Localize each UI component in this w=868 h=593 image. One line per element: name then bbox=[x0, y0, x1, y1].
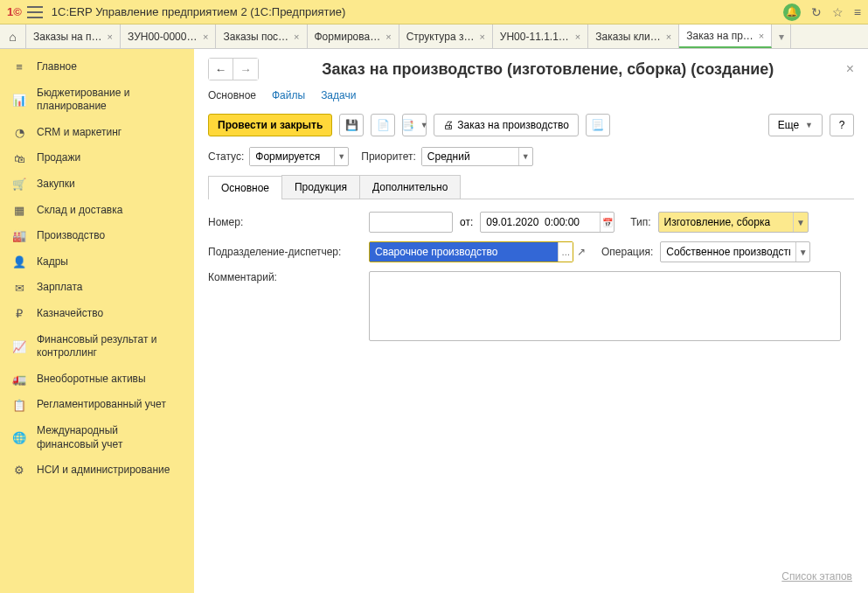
close-tab-icon[interactable]: × bbox=[759, 31, 764, 41]
close-tab-icon[interactable]: × bbox=[666, 31, 671, 42]
sidebar-item[interactable]: 🛒Закупки bbox=[0, 171, 194, 198]
nav-forward-button[interactable]: → bbox=[233, 59, 258, 80]
chevron-down-icon: ▼ bbox=[420, 121, 428, 129]
tab[interactable]: Формирова…× bbox=[308, 24, 399, 48]
print-order-button[interactable]: 🖨 Заказ на производство bbox=[434, 114, 579, 136]
doc-tab-extra[interactable]: Дополнительно bbox=[359, 175, 461, 199]
sidebar-item[interactable]: 📈Финансовый результат и контроллинг bbox=[0, 327, 194, 366]
sidebar-item[interactable]: ≡Главное bbox=[0, 54, 194, 80]
type-input[interactable] bbox=[659, 213, 794, 232]
post-icon: 📄 bbox=[377, 119, 390, 131]
save-button[interactable]: 💾 bbox=[339, 114, 364, 136]
sales-icon: 🛍 bbox=[12, 152, 26, 165]
brand-logo-icon: 1© bbox=[7, 5, 22, 18]
hamburger-icon[interactable] bbox=[27, 6, 43, 18]
chevron-down-icon[interactable]: ▼ bbox=[793, 213, 807, 232]
assets-icon: 🚛 bbox=[12, 373, 26, 386]
calendar-icon[interactable]: 📅 bbox=[600, 213, 614, 232]
finance-icon: 📈 bbox=[12, 340, 26, 353]
favorite-star-icon[interactable]: ☆ bbox=[832, 5, 844, 19]
help-button[interactable]: ? bbox=[830, 114, 854, 136]
settings-icon: ⚙ bbox=[12, 464, 26, 477]
close-tab-icon[interactable]: × bbox=[108, 31, 113, 42]
sidebar-item[interactable]: ₽Казначейство bbox=[0, 301, 194, 327]
tab[interactable]: ЗУН00-000011× bbox=[121, 24, 216, 48]
status-select[interactable]: ▼ bbox=[249, 147, 349, 166]
comment-textarea[interactable] bbox=[369, 271, 841, 341]
content: ← → Заказ на производство (изготовление,… bbox=[194, 49, 868, 593]
notifications-bell-icon[interactable]: 🔔 bbox=[783, 3, 801, 21]
tab[interactable]: Заказы пос…× bbox=[216, 24, 307, 48]
number-field[interactable] bbox=[369, 212, 453, 233]
date-input[interactable] bbox=[481, 213, 600, 232]
sidebar-item[interactable]: 🚛Внеоборотные активы bbox=[0, 366, 194, 393]
unit-field[interactable]: … bbox=[369, 241, 573, 262]
page-links: Основное Файлы Задачи bbox=[208, 89, 854, 101]
sidebar-item[interactable]: ⚙НСИ и администрирование bbox=[0, 457, 194, 484]
sidebar-item[interactable]: 📋Регламентированный учет bbox=[0, 392, 194, 418]
status-input[interactable] bbox=[250, 148, 334, 165]
tab[interactable]: УН00-11.1.1,…× bbox=[493, 24, 588, 48]
history-icon[interactable]: ↻ bbox=[811, 5, 822, 19]
post-button[interactable]: 📄 bbox=[371, 114, 395, 136]
chevron-down-icon[interactable]: ▼ bbox=[334, 148, 348, 165]
reports-button[interactable]: 📃 bbox=[586, 114, 610, 136]
sidebar-item[interactable]: 📊Бюджетирование и планирование bbox=[0, 80, 194, 120]
link-main[interactable]: Основное bbox=[208, 89, 256, 101]
number-label: Номер: bbox=[208, 216, 369, 228]
tab-active[interactable]: Заказ на пр…× bbox=[679, 24, 772, 48]
close-tab-icon[interactable]: × bbox=[575, 31, 580, 42]
create-by-button[interactable]: 📑▼ bbox=[402, 114, 427, 136]
post-and-close-button[interactable]: Провести и закрыть bbox=[208, 114, 332, 136]
sidebar-item[interactable]: 🏭Производство bbox=[0, 223, 194, 249]
date-field[interactable]: 📅 bbox=[480, 212, 615, 233]
priority-select[interactable]: ▼ bbox=[421, 147, 533, 166]
production-icon: 🏭 bbox=[12, 229, 26, 242]
link-tasks[interactable]: Задачи bbox=[321, 89, 356, 101]
ifrs-icon: 🌐 bbox=[12, 431, 26, 444]
home-tab[interactable]: ⌂ bbox=[0, 24, 26, 48]
main-icon: ≡ bbox=[12, 60, 26, 73]
sidebar-item[interactable]: ✉Зарплата bbox=[0, 275, 194, 301]
sidebar-item[interactable]: ◔CRM и маркетинг bbox=[0, 120, 194, 146]
link-files[interactable]: Файлы bbox=[272, 89, 305, 101]
close-tab-icon[interactable]: × bbox=[294, 31, 299, 42]
chevron-down-icon[interactable]: ▼ bbox=[518, 148, 532, 165]
chevron-down-icon[interactable]: ▼ bbox=[795, 242, 809, 262]
sidebar-item[interactable]: ▦Склад и доставка bbox=[0, 198, 194, 224]
priority-label: Приоритет: bbox=[361, 150, 416, 163]
more-button[interactable]: Еще▼ bbox=[768, 114, 823, 136]
doc-tab-products[interactable]: Продукция bbox=[281, 175, 360, 199]
nav-back-button[interactable]: ← bbox=[209, 59, 233, 80]
options-icon[interactable]: ≡ bbox=[854, 5, 861, 19]
open-link-icon[interactable]: ↗ bbox=[577, 246, 586, 258]
close-tab-icon[interactable]: × bbox=[203, 31, 208, 42]
tab-dropdown[interactable]: ▾ bbox=[772, 24, 791, 48]
unit-input[interactable] bbox=[370, 242, 558, 262]
type-label: Тип: bbox=[630, 216, 650, 228]
type-field[interactable]: ▼ bbox=[658, 212, 809, 233]
number-input[interactable] bbox=[370, 213, 452, 232]
operation-input[interactable] bbox=[661, 242, 795, 262]
doc-tab-main[interactable]: Основное bbox=[208, 176, 282, 199]
sidebar: ≡Главное 📊Бюджетирование и планирование … bbox=[0, 49, 194, 593]
sidebar-item[interactable]: 👤Кадры bbox=[0, 249, 194, 276]
stages-list-link[interactable]: Список этапов bbox=[781, 570, 852, 583]
comment-label: Комментарий: bbox=[208, 271, 369, 283]
report-icon: 📃 bbox=[591, 119, 604, 131]
select-open-icon[interactable]: … bbox=[558, 242, 573, 262]
form-area: Номер: от: 📅 Тип: ▼ Подразделение-диспет… bbox=[208, 199, 854, 362]
unit-label: Подразделение-диспетчер: bbox=[208, 246, 369, 258]
close-tab-icon[interactable]: × bbox=[385, 31, 391, 42]
operation-field[interactable]: ▼ bbox=[660, 241, 810, 262]
titlebar: 1© 1С:ERP Управление предприятием 2 (1С:… bbox=[0, 0, 868, 24]
tab[interactable]: Заказы на п…× bbox=[26, 24, 121, 48]
close-page-icon[interactable]: × bbox=[846, 61, 854, 77]
sidebar-item[interactable]: 🛍Продажи bbox=[0, 145, 194, 171]
tab[interactable]: Структура з…× bbox=[399, 24, 493, 48]
tab[interactable]: Заказы кли…× bbox=[588, 24, 679, 48]
purchases-icon: 🛒 bbox=[12, 178, 26, 191]
priority-input[interactable] bbox=[422, 148, 518, 165]
sidebar-item[interactable]: 🌐Международный финансовый учет bbox=[0, 418, 194, 457]
close-tab-icon[interactable]: × bbox=[479, 31, 484, 42]
